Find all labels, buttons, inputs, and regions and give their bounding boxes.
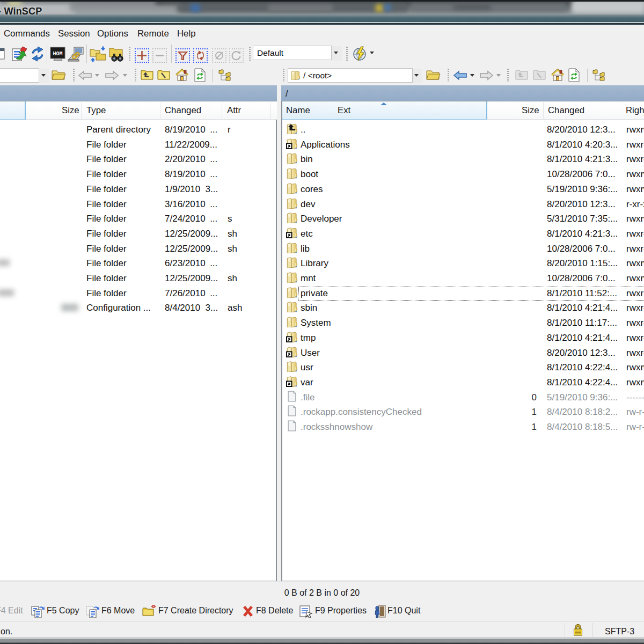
svg-text:HOM: HOM <box>53 51 62 57</box>
